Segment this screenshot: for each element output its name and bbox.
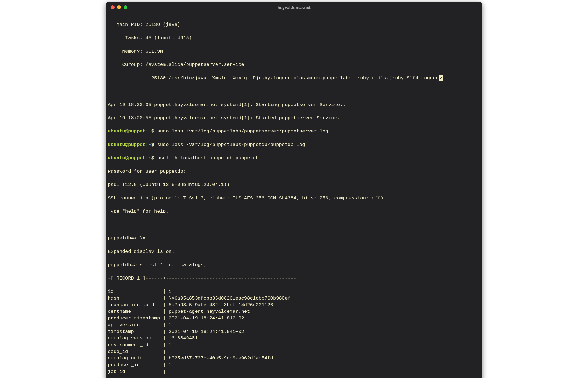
line-truncated-icon: > — [439, 75, 443, 82]
psql-record-row: api_version | 1 — [108, 322, 480, 328]
psql-help-hint: Type "help" for help. — [108, 208, 480, 215]
window-title: heyvaldemar.net — [106, 2, 482, 13]
prompt-path: ~ — [148, 129, 151, 134]
psql-record-row: timestamp | 2021-04-19 18:24:41.841+02 — [108, 328, 480, 335]
psql-banner: psql (12.6 (Ubuntu 12.6-0ubuntu0.20.04.1… — [108, 181, 480, 188]
prompt-at: @ — [125, 129, 128, 134]
psql-prompt: puppetdb=> — [108, 235, 137, 241]
command-text: sudo less /var/log/puppetlabs/puppetdb/p… — [157, 142, 305, 147]
psql-prompt-line: puppetdb=> \x — [108, 235, 480, 242]
status-main-pid: Main PID: 25130 (java) — [108, 21, 480, 28]
command-text: sudo less /var/log/puppetlabs/puppetserv… — [157, 129, 328, 134]
psql-command: \x — [140, 235, 145, 241]
prompt-user: ubuntu — [108, 129, 125, 134]
blank-line — [108, 88, 480, 95]
psql-record-row: hash | \x6a95a853dfcbb35d08261eac98c1cbb… — [108, 295, 480, 302]
psql-record-row: code_id | — [108, 348, 480, 355]
psql-prompt-line: puppetdb=> select * from catalogs; — [108, 262, 480, 268]
psql-record-row: id | 1 — [108, 288, 480, 295]
psql-password-prompt: Password for user puppetdb: — [108, 168, 480, 175]
journal-line: Apr 19 18:20:35 puppet.heyvaldemar.net s… — [108, 102, 480, 108]
terminal-viewport[interactable]: Main PID: 25130 (java) Tasks: 45 (limit:… — [106, 13, 482, 378]
close-icon[interactable] — [111, 5, 115, 9]
prompt-sigil: $ — [151, 129, 154, 134]
psql-command: select * from catalogs; — [140, 262, 206, 267]
shell-prompt-line: ubuntu@puppet:~$ sudo less /var/log/pupp… — [108, 128, 480, 135]
titlebar: heyvaldemar.net — [106, 2, 482, 13]
psql-prompt: puppetdb=> — [108, 262, 137, 267]
terminal-window: heyvaldemar.net Main PID: 25130 (java) T… — [106, 2, 482, 378]
maximize-icon[interactable] — [124, 5, 127, 9]
journal-line: Apr 19 18:20:55 puppet.heyvaldemar.net s… — [108, 115, 480, 122]
psql-record-row: producer_id | 1 — [108, 362, 480, 368]
psql-ssl-info: SSL connection (protocol: TLSv1.3, ciphe… — [108, 195, 480, 202]
psql-record-rows: id | 1hash | \x6a95a853dfcbb35d08261eac9… — [108, 288, 480, 375]
psql-record-row: producer_timestamp | 2021-04-19 18:24:41… — [108, 315, 480, 322]
psql-record-row: catalog_version | 1618849481 — [108, 335, 480, 342]
psql-record-row: certname | puppet-agent.heyvaldemar.net — [108, 308, 480, 315]
status-cgroup: CGroup: /system.slice/puppetserver.servi… — [108, 61, 480, 68]
status-tasks: Tasks: 45 (limit: 4915) — [108, 35, 480, 41]
prompt-sep: : — [145, 129, 148, 134]
prompt-host: puppet — [128, 129, 145, 134]
shell-prompt-line: ubuntu@puppet:~$ psql -h localhost puppe… — [108, 155, 480, 161]
tree-elbow-icon: └─ — [145, 75, 151, 81]
psql-record-row: job_id | — [108, 368, 480, 375]
minimize-icon[interactable] — [117, 5, 121, 9]
psql-record-header: -[ RECORD 1 ]------+--------------------… — [108, 275, 480, 282]
blank-line — [108, 222, 480, 228]
status-memory: Memory: 661.9M — [108, 48, 480, 55]
psql-output: Expanded display is on. — [108, 248, 480, 255]
psql-record-row: catalog_uuid | b025ed57-727c-40b5-9dc9-e… — [108, 355, 480, 362]
status-cgroup-proc: └─25130 /usr/bin/java -Xms1g -Xmx1g -Djr… — [108, 75, 480, 82]
psql-record-row: environment_id | 1 — [108, 342, 480, 348]
window-controls — [106, 5, 127, 9]
psql-record-row: transaction_uuid | 5d7b98a5-9afe-482f-8b… — [108, 302, 480, 309]
shell-prompt-line: ubuntu@puppet:~$ sudo less /var/log/pupp… — [108, 141, 480, 148]
command-text: psql -h localhost puppetdb puppetdb — [157, 155, 259, 161]
